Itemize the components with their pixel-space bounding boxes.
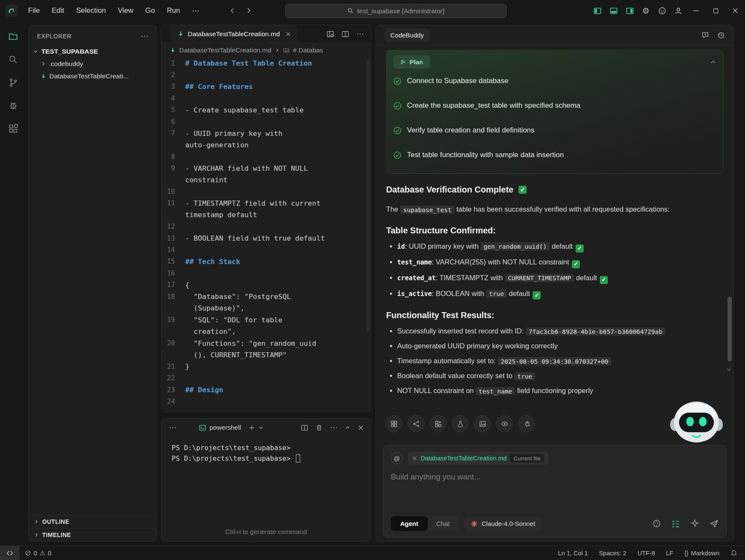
extensions-icon[interactable] bbox=[8, 123, 18, 134]
chat-message-area[interactable]: Plan Connect to Supabase databaseCreate … bbox=[376, 46, 734, 434]
chat-input-card[interactable]: @ DatabaseTestTableCreation.md Current f… bbox=[383, 445, 727, 537]
mode-agent-button[interactable]: Agent bbox=[391, 516, 428, 531]
menu-go[interactable]: Go bbox=[139, 4, 161, 17]
kill-terminal-icon[interactable] bbox=[315, 424, 323, 431]
rocket-tool-icon[interactable] bbox=[518, 415, 535, 432]
code-line: 1# Database Test Table Creation bbox=[161, 57, 371, 69]
grid-tool-icon[interactable] bbox=[385, 415, 402, 432]
command-search-input[interactable]: test_supabase [Administrator] bbox=[285, 4, 507, 18]
terminal-lines[interactable]: PS D:\projects\test_supabase>PS D:\proje… bbox=[161, 437, 371, 464]
menu-selection[interactable]: Selection bbox=[70, 4, 112, 17]
eol-setting[interactable]: LF bbox=[666, 550, 673, 557]
terminal-more-icon[interactable]: ⋯ bbox=[330, 423, 338, 432]
menu-edit[interactable]: Edit bbox=[46, 4, 70, 17]
menu-run[interactable]: Run bbox=[161, 4, 186, 17]
close-panel-icon[interactable] bbox=[358, 425, 364, 431]
source-control-icon[interactable] bbox=[8, 78, 18, 88]
mode-chat-button[interactable]: Chat bbox=[428, 516, 458, 531]
remote-indicator[interactable] bbox=[0, 546, 20, 560]
tree-item-markdown-file[interactable]: DatabaseTestTableCreati... bbox=[29, 70, 156, 82]
maximize-panel-icon[interactable] bbox=[345, 425, 350, 431]
encoding-setting[interactable]: UTF-8 bbox=[637, 550, 655, 557]
maximize-button[interactable] bbox=[706, 0, 725, 21]
model-selector[interactable]: Claude-4.0-Sonnet bbox=[464, 517, 542, 531]
scroll-down-icon[interactable] bbox=[726, 367, 732, 372]
collapse-plan-icon[interactable] bbox=[710, 59, 716, 65]
tasks-icon[interactable] bbox=[671, 519, 680, 528]
terminal-dropdown-icon[interactable] bbox=[258, 425, 264, 430]
debug-icon[interactable] bbox=[8, 101, 18, 111]
chat-scrollbar[interactable] bbox=[728, 297, 732, 362]
explorer-icon[interactable] bbox=[8, 32, 18, 42]
toggle-sidebar-icon[interactable] bbox=[589, 3, 605, 18]
toggle-secondary-sidebar-icon[interactable] bbox=[622, 3, 638, 18]
breadcrumb-symbol[interactable]: # Databas bbox=[293, 46, 323, 54]
tab-database-test-table-creation[interactable]: DatabaseTestTableCreation.md bbox=[171, 25, 297, 43]
language-mode[interactable]: {} Markdown bbox=[684, 550, 719, 557]
inline-code: CURRENT_TIMESTAMP bbox=[505, 274, 574, 282]
toggle-panel-icon[interactable] bbox=[605, 3, 622, 18]
line-number: 7 bbox=[161, 129, 185, 137]
tab-label: DatabaseTestTableCreation.md bbox=[188, 30, 280, 38]
panel-more-icon[interactable]: ⋯ bbox=[169, 423, 177, 432]
mention-button[interactable]: @ bbox=[391, 452, 403, 464]
minimize-button[interactable] bbox=[686, 0, 706, 21]
eye-tool-icon[interactable] bbox=[496, 415, 513, 432]
image-tool-icon[interactable] bbox=[474, 415, 491, 432]
outline-section[interactable]: OUTLINE bbox=[29, 515, 156, 528]
menu-more[interactable]: ⋯ bbox=[186, 4, 205, 18]
code-text: ## Core Features bbox=[185, 83, 253, 91]
new-chat-icon[interactable] bbox=[701, 31, 709, 39]
explorer-more-icon[interactable]: ⋯ bbox=[140, 32, 149, 41]
settings-gear-icon[interactable]: ⚙ bbox=[638, 3, 654, 18]
blocks-tool-icon[interactable] bbox=[430, 415, 447, 432]
copilot-icon[interactable] bbox=[654, 3, 670, 18]
flask-tool-icon[interactable] bbox=[452, 415, 469, 432]
nav-forward-icon[interactable] bbox=[245, 7, 252, 14]
notifications-bell-icon[interactable] bbox=[731, 550, 737, 557]
indentation-setting[interactable]: Spaces: 2 bbox=[599, 550, 627, 557]
breadcrumb[interactable]: DatabaseTestTableCreation.md abc # Datab… bbox=[161, 43, 371, 57]
tree-item-codebuddy[interactable]: .codebuddy bbox=[29, 57, 156, 70]
close-window-button[interactable] bbox=[725, 0, 745, 21]
prompt-input[interactable]: Build anything you want... bbox=[391, 472, 719, 482]
menu-view[interactable]: View bbox=[112, 4, 140, 17]
editor-scrollbar[interactable] bbox=[366, 59, 370, 332]
send-icon[interactable] bbox=[710, 519, 719, 528]
account-icon[interactable] bbox=[670, 3, 686, 18]
nav-back-icon[interactable] bbox=[229, 7, 236, 14]
errors-indicator[interactable]: 0 bbox=[25, 550, 37, 557]
sparkle-icon[interactable] bbox=[691, 519, 699, 528]
title-bar: FileEditSelectionViewGoRun⋯ test_supabas… bbox=[0, 0, 745, 21]
code-line: 23## Design bbox=[161, 384, 371, 396]
new-terminal-icon[interactable] bbox=[249, 425, 255, 431]
palette-icon[interactable] bbox=[652, 519, 661, 528]
timeline-section[interactable]: TIMELINE bbox=[29, 528, 156, 541]
tree-root-test-supabase[interactable]: TEST_SUPABASE bbox=[29, 45, 156, 57]
line-number: 2 bbox=[161, 71, 185, 79]
plan-pill[interactable]: Plan bbox=[393, 55, 430, 69]
editor-more-icon[interactable]: ⋯ bbox=[356, 29, 364, 39]
open-preview-icon[interactable] bbox=[327, 30, 334, 38]
terminal-tab[interactable]: powershell bbox=[199, 424, 264, 431]
split-terminal-icon[interactable] bbox=[301, 424, 308, 431]
chat-tab-codebuddy[interactable]: CodeBuddy bbox=[384, 29, 430, 42]
search-view-icon[interactable] bbox=[8, 55, 18, 65]
markdown-file-icon bbox=[178, 31, 184, 37]
cursor-position[interactable]: Ln 1, Col 1 bbox=[558, 550, 588, 557]
root-folder-label: TEST_SUPABASE bbox=[41, 48, 98, 55]
split-editor-icon[interactable] bbox=[341, 30, 349, 38]
warnings-indicator[interactable]: ⚠ 0 bbox=[40, 549, 52, 557]
remove-context-icon[interactable] bbox=[412, 456, 417, 461]
line-number: 6 bbox=[161, 118, 185, 126]
close-tab-icon[interactable] bbox=[285, 31, 291, 37]
share-nodes-icon[interactable] bbox=[407, 415, 424, 432]
context-file-chip[interactable]: DatabaseTestTableCreation.md Current fil… bbox=[408, 452, 548, 465]
line-number: 23 bbox=[161, 386, 185, 394]
menu-file[interactable]: File bbox=[22, 4, 46, 17]
check-icon: ✓ bbox=[576, 244, 584, 253]
breadcrumb-file[interactable]: DatabaseTestTableCreation.md bbox=[179, 46, 271, 54]
history-icon[interactable] bbox=[717, 31, 725, 39]
terminal-shell-label: powershell bbox=[209, 424, 241, 431]
code-editor[interactable]: 1# Database Test Table Creation23## Core… bbox=[161, 57, 371, 412]
